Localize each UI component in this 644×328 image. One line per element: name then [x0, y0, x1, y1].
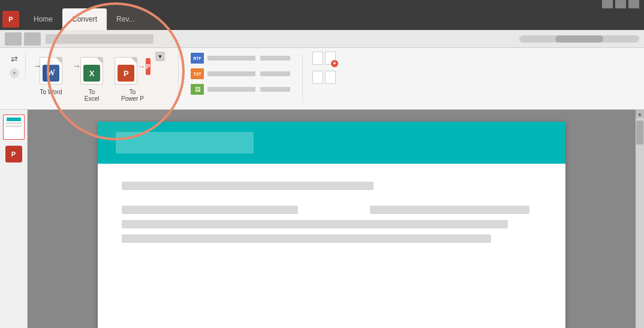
minimize-button[interactable] — [602, 0, 613, 8]
mini-doc-3 — [312, 71, 323, 84]
title-bar — [0, 0, 644, 8]
to-ppt-label: ToPower P — [121, 89, 144, 102]
arrow-to-ppt-1: → — [138, 62, 145, 71]
mini-doc-1 — [312, 52, 323, 65]
toolbar-btn-1[interactable] — [5, 32, 22, 46]
to-txt-button[interactable]: TXT — [188, 67, 293, 80]
doc-area — [28, 110, 636, 328]
doc-line-3 — [122, 234, 491, 243]
ribbon-separator-2 — [302, 54, 303, 102]
title-bar-controls — [602, 0, 639, 8]
to-rtf-button[interactable]: RTF — [188, 52, 293, 65]
pages-group: + — [312, 52, 336, 84]
nav-icons-group: ⇄ + — [7, 52, 26, 78]
sidebar-app-icon[interactable]: P — [5, 146, 22, 163]
small-format-group: RTF TXT 🖼 — [188, 52, 293, 96]
thumb-line-2 — [5, 125, 22, 127]
tab-review[interactable]: Rev... — [107, 8, 144, 30]
tab-convert[interactable]: Convert — [62, 8, 107, 30]
excel-badge: X — [83, 65, 100, 82]
doc-title-placeholder — [116, 132, 254, 154]
doc-two-col-1 — [122, 206, 541, 214]
doc-body — [98, 164, 565, 267]
close-button[interactable] — [628, 0, 639, 8]
doc-col-line-left — [122, 206, 298, 214]
to-word-icon: W → — [37, 54, 65, 88]
thumb-header — [7, 118, 21, 121]
rtf-icon: RTF — [191, 53, 204, 64]
toolbar-scrollbar[interactable] — [519, 35, 639, 43]
nav-icon-plus[interactable]: + — [10, 68, 19, 78]
to-excel-button[interactable]: X → ToExcel — [74, 52, 110, 104]
img-label-block — [207, 87, 255, 92]
dropdown-arrow-group: ▼ — [155, 52, 165, 61]
thumb-line-1 — [5, 122, 22, 124]
mini-doc-plus-wrapper: + — [325, 52, 336, 65]
txt-label-block-2 — [260, 71, 290, 76]
to-word-button[interactable]: W → To Word — [33, 52, 69, 98]
doc-header-bar — [98, 122, 565, 164]
thumbnail-page-1[interactable] — [3, 115, 25, 140]
doc-col-line-right — [370, 206, 529, 214]
scroll-up-arrow[interactable]: ▲ — [636, 110, 644, 118]
toolbar-btn-2[interactable] — [24, 32, 41, 46]
txt-icon: TXT — [191, 68, 204, 79]
nav-icon-arrows[interactable]: ⇄ — [7, 52, 22, 66]
pages-icon-row-2[interactable] — [312, 71, 336, 84]
tab-bar: P Home Convert Rev... — [0, 8, 644, 30]
rtf-label-block-2 — [260, 56, 290, 61]
doc-line-1 — [122, 182, 374, 190]
img-label-block-2 — [260, 87, 290, 92]
rtf-label-block — [207, 56, 255, 61]
app-logo: P — [2, 11, 19, 28]
ppt-extra-badge: P — [146, 58, 150, 75]
right-scrollbar[interactable]: ▲ ▼ — [636, 110, 644, 328]
dropdown-arrow[interactable]: ▼ — [155, 52, 165, 61]
txt-label-block — [207, 71, 255, 76]
doc-line-2 — [122, 220, 508, 228]
img-icon: 🖼 — [191, 84, 204, 95]
ppt-badge: P — [118, 65, 134, 82]
ribbon-separator-1 — [178, 54, 179, 102]
doc-page — [98, 122, 565, 328]
to-ppt-icon: P → P — [118, 54, 147, 88]
ribbon-content: ⇄ + W → To Word — [0, 48, 644, 109]
to-image-button[interactable]: 🖼 — [188, 83, 293, 96]
maximize-button[interactable] — [615, 0, 626, 8]
ribbon-and-below: P Home Convert Rev... — [0, 8, 644, 328]
doc-col-gap — [316, 206, 352, 214]
arrow-to-excel: → — [73, 61, 81, 71]
mini-doc-4 — [325, 71, 336, 84]
app-container: P Home Convert Rev... — [0, 0, 644, 328]
to-ppt-button[interactable]: P → P ToPower P — [115, 52, 151, 104]
ribbon-container: P Home Convert Rev... — [0, 8, 644, 110]
to-excel-icon: X → — [77, 54, 106, 88]
word-badge: W — [43, 65, 59, 82]
doc-spacer-1 — [122, 196, 541, 206]
toolbar-bar-placeholder — [46, 34, 154, 44]
thumb-sidebar: P — [0, 110, 28, 328]
to-word-label: To Word — [40, 89, 62, 95]
toolbar-row — [0, 30, 644, 48]
tab-home[interactable]: Home — [24, 8, 62, 30]
pages-icon-container[interactable]: + — [312, 52, 336, 65]
orange-plus-icon: + — [331, 60, 338, 67]
to-excel-label: ToExcel — [85, 89, 99, 102]
below-ribbon: P — [0, 110, 644, 328]
scrollbar-thumb[interactable] — [636, 121, 643, 145]
